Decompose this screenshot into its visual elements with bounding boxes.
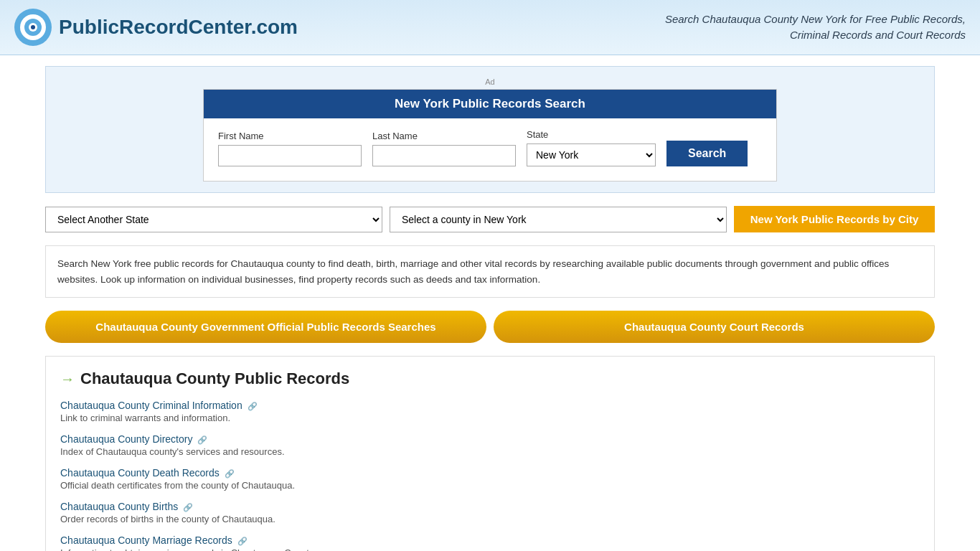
logo-area: PublicRecordCenter.com (14, 9, 298, 46)
death-records-desc: Official death certificates from the cou… (60, 480, 920, 491)
ad-form: First Name Last Name State New York Sear… (204, 118, 776, 181)
external-link-icon-5: 🔗 (237, 537, 248, 545)
births-link[interactable]: Chautauqua County Births 🔗 (60, 501, 193, 512)
ad-title: New York Public Records Search (204, 90, 776, 118)
directory-link[interactable]: Chautauqua County Directory 🔗 (60, 433, 207, 445)
external-link-icon-4: 🔗 (183, 503, 193, 512)
records-title-text: Chautauqua County Public Records (80, 369, 349, 388)
directory-desc: Index of Chautauqua county's services an… (60, 446, 920, 457)
records-section-title: → Chautauqua County Public Records (60, 369, 920, 388)
births-link-text: Chautauqua County Births (60, 501, 178, 512)
main-container: Ad New York Public Records Search First … (38, 66, 942, 551)
first-name-input[interactable] (218, 145, 362, 166)
criminal-info-desc: Link to criminal warrants and informatio… (60, 413, 920, 423)
death-records-link-text: Chautauqua County Death Records (60, 467, 220, 479)
ad-form-row: First Name Last Name State New York Sear… (218, 129, 762, 166)
first-name-label: First Name (218, 131, 362, 141)
svg-point-4 (31, 25, 35, 29)
death-records-link[interactable]: Chautauqua County Death Records 🔗 (60, 467, 235, 479)
state-select[interactable]: New York (527, 143, 656, 166)
state-label: State (527, 129, 656, 140)
ad-label: Ad (57, 77, 923, 86)
gov-records-button[interactable]: Chautauqua County Government Official Pu… (45, 311, 486, 343)
arrow-icon: → (60, 371, 75, 387)
external-link-icon-2: 🔗 (197, 435, 207, 444)
description-text: Search New York free public records for … (57, 258, 889, 285)
external-link-icon-3: 🔗 (225, 469, 235, 478)
records-section: → Chautauqua County Public Records Chaut… (45, 356, 935, 551)
filter-row: Select Another State Select a county in … (45, 206, 935, 232)
search-button[interactable]: Search (666, 141, 748, 166)
record-item-death: Chautauqua County Death Records 🔗 Offici… (60, 467, 920, 491)
first-name-group: First Name (218, 131, 362, 166)
court-records-button[interactable]: Chautauqua County Court Records (494, 311, 935, 343)
criminal-info-link-text: Chautauqua County Criminal Information (60, 400, 242, 411)
record-item-births: Chautauqua County Births 🔗 Order records… (60, 501, 920, 524)
city-records-button[interactable]: New York Public Records by City (734, 206, 935, 232)
ad-section: Ad New York Public Records Search First … (45, 66, 935, 193)
page-header: PublicRecordCenter.com Search Chautauqua… (0, 0, 980, 55)
directory-link-text: Chautauqua County Directory (60, 433, 192, 445)
state-filter-select[interactable]: Select Another State (45, 207, 382, 232)
last-name-label: Last Name (372, 131, 516, 141)
action-buttons-row: Chautauqua County Government Official Pu… (45, 311, 935, 343)
marriage-records-link[interactable]: Chautauqua County Marriage Records 🔗 (60, 534, 248, 546)
header-tagline: Search Chautauqua County New York for Fr… (664, 11, 966, 44)
logo-icon (14, 9, 52, 46)
marriage-records-link-text: Chautauqua County Marriage Records (60, 534, 232, 546)
ad-box: New York Public Records Search First Nam… (203, 89, 777, 182)
marriage-records-desc: Information to obtain marriage records i… (60, 547, 920, 551)
criminal-info-link[interactable]: Chautauqua County Criminal Information 🔗 (60, 400, 258, 411)
last-name-group: Last Name (372, 131, 516, 166)
external-link-icon-1: 🔗 (248, 402, 258, 410)
site-logo-text: PublicRecordCenter.com (59, 16, 298, 39)
record-item-marriage: Chautauqua County Marriage Records 🔗 Inf… (60, 534, 920, 551)
county-filter-select[interactable]: Select a county in New York (390, 207, 727, 232)
births-desc: Order records of births in the county of… (60, 514, 920, 524)
state-group: State New York (527, 129, 656, 166)
record-item-criminal: Chautauqua County Criminal Information 🔗… (60, 400, 920, 423)
description-box: Search New York free public records for … (45, 245, 935, 298)
record-item-directory: Chautauqua County Directory 🔗 Index of C… (60, 433, 920, 457)
last-name-input[interactable] (372, 145, 516, 166)
